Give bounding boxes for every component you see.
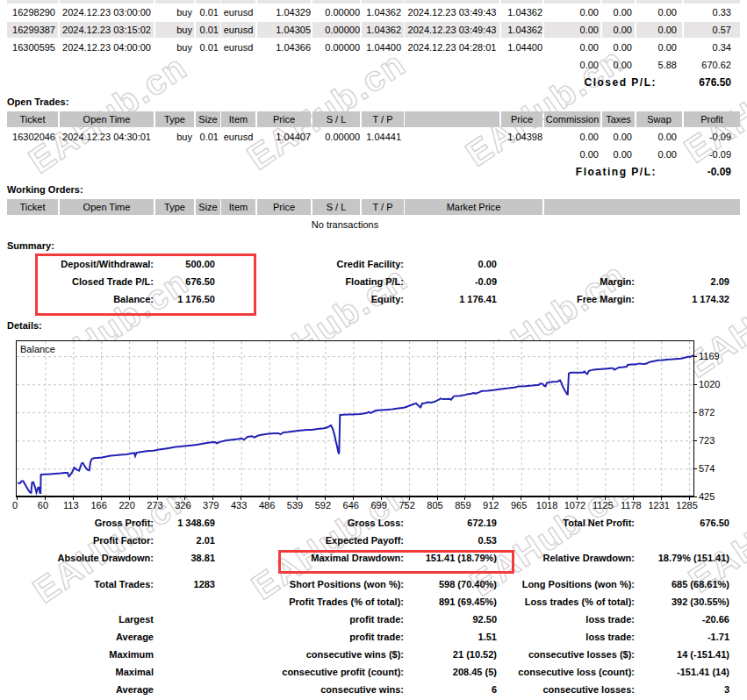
table-cell: 0.00000 (312, 4, 360, 20)
table-cell: 0.00 (636, 39, 682, 55)
column-header: Size (196, 199, 220, 215)
table-cell: 1.04441 (362, 129, 404, 145)
y-axis-tick (694, 496, 697, 497)
table-cell: 1.04329 (257, 4, 311, 20)
cropped-row-fragment (362, 0, 404, 4)
totals-cell: -0.09 (684, 146, 740, 162)
x-axis-tick (521, 497, 521, 500)
summary-label: Margin: (492, 273, 635, 290)
y-axis-tick (694, 356, 697, 357)
table-cell: 0.01 (196, 22, 220, 38)
pl-total-value: 676.50 (684, 75, 740, 90)
stat-value: 1 348.69 (154, 514, 215, 532)
stat-value: 14 (-151.41) (635, 646, 729, 663)
stat-value: 92.50 (404, 611, 497, 628)
account-statement-report: EAHub.cnEAHub.cnEAHub.cnEAHub.cnEAHub.cn… (0, 0, 747, 700)
table-cell: 1.04400 (501, 39, 542, 55)
cropped-row-fragment (196, 0, 220, 4)
stat-label: Profit Trades (% of total): (246, 593, 404, 611)
column-header: S / L (312, 199, 360, 215)
column-header: Market Price (405, 199, 542, 215)
x-axis-tick (381, 497, 382, 500)
x-axis-tick (464, 497, 465, 500)
table-cell: 0.01 (196, 39, 220, 55)
totals-cell: 670.62 (684, 57, 740, 73)
table-cell: buy (155, 22, 194, 38)
stat-label: profit trade: (246, 611, 404, 628)
stat-value (154, 611, 215, 628)
open-trades-section-label: Open Trades: (7, 93, 68, 111)
column-header: Ticket (7, 199, 58, 215)
column-header: T / P (362, 111, 404, 127)
table-cell: 0.00 (636, 22, 682, 38)
table-cell: 0.33 (684, 4, 740, 20)
stat-value (154, 663, 215, 681)
table-cell: 2024.12.23 04:30:01 (60, 129, 154, 145)
table-cell: 2024.12.23 03:00:00 (60, 4, 154, 20)
stat-label: Short Positions (won %): (246, 575, 404, 593)
cropped-row-fragment (60, 0, 154, 4)
column-header: Price (257, 199, 311, 215)
summary-section-label: Summary: (7, 237, 54, 254)
column-header: Profit (684, 111, 740, 127)
details-section-label: Details: (7, 317, 42, 334)
column-header: Size (196, 111, 220, 127)
column-header: Item (221, 199, 255, 215)
stat-label: Maximum (35, 646, 154, 663)
summary-value: 1 174.32 (635, 290, 729, 308)
highlight-box-maximal-drawdown (278, 550, 514, 574)
table-cell: 0.00000 (312, 22, 360, 38)
table-cell: 0.00 (544, 22, 600, 38)
table-cell: 16299387 (7, 22, 58, 38)
y-axis-label: 723 (699, 435, 715, 446)
totals-cell: 5.88 (636, 57, 682, 73)
x-axis-tick (437, 497, 438, 500)
table-cell: 1.04398 (501, 129, 542, 145)
stat-label: Total Trades: (35, 575, 154, 593)
column-header: T / P (362, 199, 404, 215)
stat-value: 685 (68.61%) (635, 575, 729, 593)
table-cell: 16300595 (7, 39, 58, 55)
y-axis-label: 1020 (699, 379, 720, 389)
table-cell: buy (155, 4, 194, 20)
table-cell: 0.00 (544, 4, 600, 20)
summary-label: Free Margin: (492, 290, 635, 308)
totals-cell: 0.00 (602, 146, 635, 162)
x-axis-tick (17, 497, 18, 500)
stat-value: 676.50 (635, 514, 729, 532)
column-header: S / L (312, 111, 360, 127)
summary-label: Credit Facility: (246, 255, 404, 273)
cropped-row-fragment (684, 0, 740, 4)
stat-value: 21 (10.52) (404, 646, 497, 663)
cropped-row-fragment (312, 0, 360, 4)
x-axis-tick (409, 497, 410, 500)
table-cell (405, 129, 499, 145)
stat-value: 1283 (154, 575, 215, 593)
table-cell: 1.04362 (501, 4, 542, 20)
table-cell: 0.01 (196, 4, 220, 20)
column-header: Type (155, 111, 194, 127)
column-header: Price (501, 111, 542, 127)
cropped-row-fragment (7, 0, 58, 4)
column-header: Ticket (7, 111, 58, 127)
x-axis-tick (492, 497, 493, 500)
y-axis-tick (694, 468, 697, 469)
stat-value: 38.81 (154, 549, 215, 567)
column-header: Item (221, 111, 255, 127)
x-axis-tick (269, 497, 269, 500)
stat-value: 6 (404, 681, 497, 698)
balance-line (18, 355, 693, 493)
table-cell: 0.00 (636, 129, 682, 145)
stat-value: -1.71 (635, 628, 729, 646)
table-cell: 0.00 (636, 4, 682, 20)
summary-value: -0.09 (404, 273, 497, 290)
table-cell: 0.57 (684, 22, 740, 38)
cropped-row-fragment (405, 0, 499, 4)
stat-label: Loss trades (% of total): (492, 593, 635, 611)
stat-value: 1.51 (404, 628, 497, 646)
stat-value: 672.19 (404, 514, 497, 532)
x-axis-tick (689, 497, 690, 500)
pl-total-label: Closed P/L: (405, 75, 657, 90)
table-cell: eurusd (221, 39, 255, 55)
summary-value: 0.00 (404, 255, 497, 273)
